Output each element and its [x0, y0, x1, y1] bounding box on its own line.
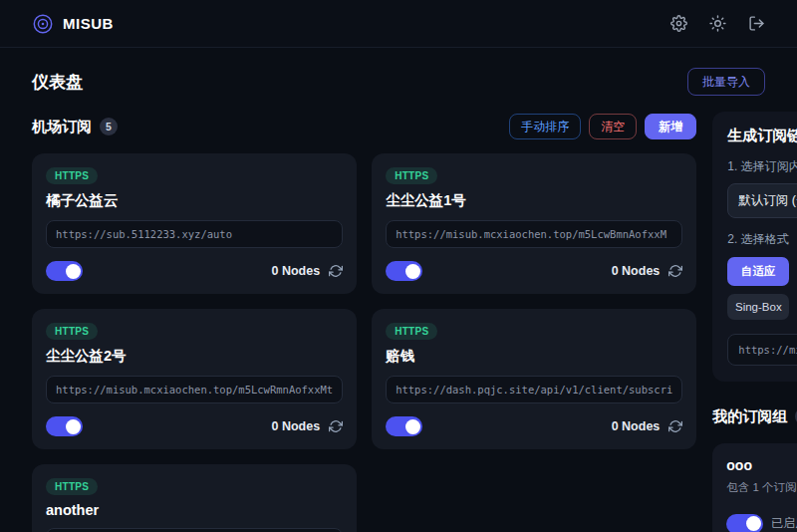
link-generator-card: 生成订阅链接 1. 选择订阅内容 默认订阅 (全部启用节点) 2. 选择格式 自… [712, 112, 797, 382]
subscription-card: HTTPS another https://another.kc2.top/s/… [32, 464, 357, 532]
brand: MISUB [32, 13, 114, 35]
node-count: 0 Nodes [612, 419, 661, 433]
theme-sun-icon[interactable] [709, 15, 726, 32]
protocol-badge: HTTPS [46, 167, 98, 184]
generated-link: https://misub.snake.pp.ua/ss [738, 344, 797, 356]
group-enable-toggle[interactable] [726, 514, 763, 532]
subscriptions-section: 机场订阅 5 手动排序 清空 新增 HTTPS 橘子公益云 https://su… [32, 112, 696, 532]
subscription-name: 尘尘公益2号 [46, 347, 343, 366]
subscription-name: 赔钱 [386, 347, 682, 366]
step1-label: 1. 选择订阅内容 [727, 158, 797, 175]
subscriptions-header: 机场订阅 5 手动排序 清空 新增 [32, 112, 696, 141]
subscription-name: another [46, 502, 343, 518]
generated-link-row: https://misub.snake.pp.ua/ss [727, 334, 797, 366]
subscription-url-input[interactable]: https://misub.mcxiaochen.top/m5LcwRmnAof… [46, 376, 343, 403]
subscription-content-select[interactable]: 默认订阅 (全部启用节点) [727, 183, 797, 218]
page-header: 仪表盘 批量导入 [32, 68, 765, 96]
format-singbox-button[interactable]: Sing-Box [727, 294, 789, 320]
add-subscription-button[interactable]: 新增 [645, 114, 696, 139]
enable-toggle[interactable] [46, 416, 83, 436]
protocol-badge: HTTPS [46, 323, 98, 340]
select-value: 默认订阅 (全部启用节点) [738, 192, 797, 209]
enable-toggle[interactable] [46, 261, 83, 281]
subscription-card: HTTPS 尘尘公益1号 https://misub.mcxiaochen.to… [372, 153, 696, 294]
refresh-icon[interactable] [668, 264, 682, 278]
navbar: MISUB [0, 0, 797, 48]
protocol-badge: HTTPS [386, 167, 437, 184]
node-count: 0 Nodes [272, 419, 321, 433]
clear-subscriptions-button[interactable]: 清空 [589, 114, 637, 139]
generator-title: 生成订阅链接 [727, 127, 797, 145]
manual-sort-button[interactable]: 手动排序 [509, 114, 581, 139]
refresh-icon[interactable] [329, 264, 343, 278]
subscription-url-input[interactable]: https://misub.mcxiaochen.top/m5LcwBmnAof… [386, 220, 682, 248]
group-enabled-label: 已启用 [771, 515, 797, 532]
format-adaptive-button[interactable]: 自适应 [727, 257, 789, 286]
groups-title: 我的订阅组 [712, 407, 787, 426]
refresh-icon[interactable] [329, 419, 343, 433]
settings-icon[interactable] [670, 15, 687, 32]
groups-header: 我的订阅组 1 清空 新增 [712, 401, 797, 431]
brand-name: MISUB [63, 15, 114, 32]
subscription-card: HTTPS 赔钱 https://dash.pqjc.site/api/v1/c… [372, 309, 696, 449]
right-panel: 生成订阅链接 1. 选择订阅内容 默认订阅 (全部启用节点) 2. 选择格式 自… [712, 112, 797, 532]
refresh-icon[interactable] [668, 419, 682, 433]
main-content: 仪表盘 批量导入 机场订阅 5 手动排序 清空 新增 HTTPS [0, 68, 797, 532]
enable-toggle[interactable] [386, 416, 422, 436]
group-summary: 包含 1 个订阅, 1 个节点 [726, 480, 797, 495]
protocol-badge: HTTPS [46, 478, 98, 495]
nav-icons [670, 15, 765, 32]
group-card: ooo 包含 1 个订阅, 1 个节点 已启用 复制 [712, 443, 797, 532]
subscription-url-input[interactable]: https://another.kc2.top/s/7af4699b3dfebb… [46, 528, 343, 532]
group-name: ooo [726, 457, 797, 473]
node-count: 0 Nodes [612, 264, 661, 278]
page-title: 仪表盘 [32, 71, 83, 94]
subscription-card: HTTPS 橘子公益云 https://sub.5112233.xyz/auto… [32, 153, 357, 294]
logout-icon[interactable] [748, 15, 765, 32]
batch-import-button[interactable]: 批量导入 [687, 68, 765, 96]
subscription-url-input[interactable]: https://sub.5112233.xyz/auto [46, 220, 343, 248]
subscription-cards-grid: HTTPS 橘子公益云 https://sub.5112233.xyz/auto… [32, 153, 696, 532]
misub-logo-icon [32, 13, 54, 35]
step2-label: 2. 选择格式 [727, 231, 797, 248]
subscription-name: 尘尘公益1号 [386, 191, 682, 210]
protocol-badge: HTTPS [386, 323, 437, 340]
node-count: 0 Nodes [272, 264, 321, 278]
enable-toggle[interactable] [386, 261, 422, 281]
subscription-url-input[interactable]: https://dash.pqjc.site/api/v1/client/sub… [386, 376, 682, 403]
format-buttons: 自适应 Base64 Clash Sing-Box Surge Loon [727, 257, 797, 320]
subscriptions-count-badge: 5 [100, 118, 118, 135]
subscription-card: HTTPS 尘尘公益2号 https://misub.mcxiaochen.to… [32, 309, 357, 449]
subscription-name: 橘子公益云 [46, 191, 343, 210]
subscriptions-title: 机场订阅 [32, 118, 92, 136]
